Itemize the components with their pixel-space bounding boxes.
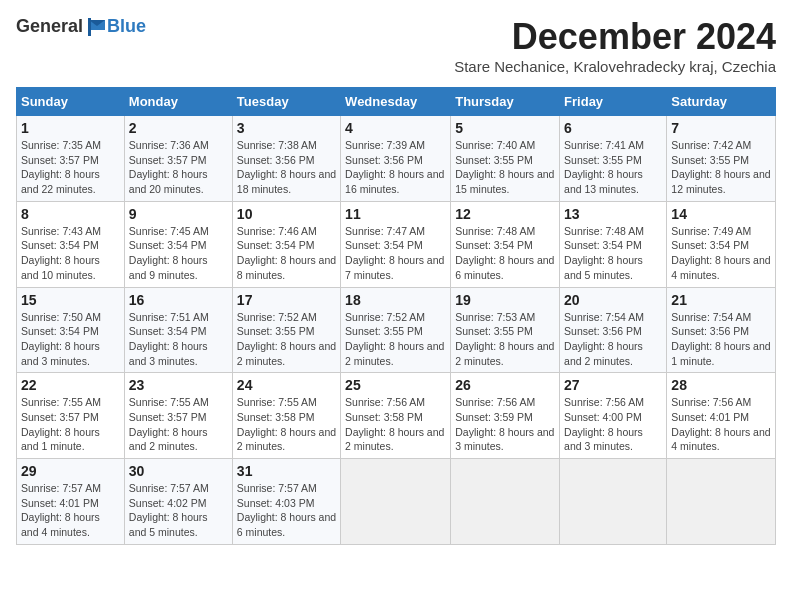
calendar-week-row: 22Sunrise: 7:55 AMSunset: 3:57 PMDayligh…: [17, 373, 776, 459]
calendar-cell: 4Sunrise: 7:39 AMSunset: 3:56 PMDaylight…: [341, 116, 451, 202]
day-number: 12: [455, 206, 555, 222]
calendar-cell: 17Sunrise: 7:52 AMSunset: 3:55 PMDayligh…: [232, 287, 340, 373]
page-container: General Blue December 2024 Stare Nechani…: [16, 16, 776, 545]
day-detail: Sunrise: 7:38 AMSunset: 3:56 PMDaylight:…: [237, 138, 336, 197]
day-detail: Sunrise: 7:52 AMSunset: 3:55 PMDaylight:…: [237, 310, 336, 369]
day-number: 11: [345, 206, 446, 222]
day-of-week-header: Tuesday: [232, 88, 340, 116]
day-detail: Sunrise: 7:50 AMSunset: 3:54 PMDaylight:…: [21, 310, 120, 369]
day-detail: Sunrise: 7:36 AMSunset: 3:57 PMDaylight:…: [129, 138, 228, 197]
calendar-cell: 8Sunrise: 7:43 AMSunset: 3:54 PMDaylight…: [17, 201, 125, 287]
day-detail: Sunrise: 7:56 AMSunset: 4:01 PMDaylight:…: [671, 395, 771, 454]
day-detail: Sunrise: 7:48 AMSunset: 3:54 PMDaylight:…: [455, 224, 555, 283]
day-number: 15: [21, 292, 120, 308]
calendar-cell: 23Sunrise: 7:55 AMSunset: 3:57 PMDayligh…: [124, 373, 232, 459]
day-detail: Sunrise: 7:57 AMSunset: 4:01 PMDaylight:…: [21, 481, 120, 540]
calendar-cell: 10Sunrise: 7:46 AMSunset: 3:54 PMDayligh…: [232, 201, 340, 287]
day-of-week-header: Sunday: [17, 88, 125, 116]
calendar-cell: 5Sunrise: 7:40 AMSunset: 3:55 PMDaylight…: [451, 116, 560, 202]
day-detail: Sunrise: 7:57 AMSunset: 4:03 PMDaylight:…: [237, 481, 336, 540]
calendar-week-row: 1Sunrise: 7:35 AMSunset: 3:57 PMDaylight…: [17, 116, 776, 202]
day-number: 20: [564, 292, 662, 308]
calendar-cell: 25Sunrise: 7:56 AMSunset: 3:58 PMDayligh…: [341, 373, 451, 459]
day-detail: Sunrise: 7:43 AMSunset: 3:54 PMDaylight:…: [21, 224, 120, 283]
calendar-cell: 16Sunrise: 7:51 AMSunset: 3:54 PMDayligh…: [124, 287, 232, 373]
calendar-week-row: 29Sunrise: 7:57 AMSunset: 4:01 PMDayligh…: [17, 459, 776, 545]
calendar-cell: [451, 459, 560, 545]
day-detail: Sunrise: 7:47 AMSunset: 3:54 PMDaylight:…: [345, 224, 446, 283]
calendar-cell: [560, 459, 667, 545]
calendar-cell: 26Sunrise: 7:56 AMSunset: 3:59 PMDayligh…: [451, 373, 560, 459]
calendar-cell: 22Sunrise: 7:55 AMSunset: 3:57 PMDayligh…: [17, 373, 125, 459]
day-number: 25: [345, 377, 446, 393]
day-of-week-header: Saturday: [667, 88, 776, 116]
calendar-header-row: SundayMondayTuesdayWednesdayThursdayFrid…: [17, 88, 776, 116]
day-detail: Sunrise: 7:52 AMSunset: 3:55 PMDaylight:…: [345, 310, 446, 369]
calendar-cell: 18Sunrise: 7:52 AMSunset: 3:55 PMDayligh…: [341, 287, 451, 373]
logo-general-text: General: [16, 16, 83, 37]
calendar-cell: 15Sunrise: 7:50 AMSunset: 3:54 PMDayligh…: [17, 287, 125, 373]
logo: General Blue: [16, 16, 146, 37]
calendar-week-row: 8Sunrise: 7:43 AMSunset: 3:54 PMDaylight…: [17, 201, 776, 287]
logo-area: General Blue: [16, 16, 146, 37]
svg-rect-2: [88, 18, 91, 36]
day-detail: Sunrise: 7:35 AMSunset: 3:57 PMDaylight:…: [21, 138, 120, 197]
day-of-week-header: Thursday: [451, 88, 560, 116]
day-number: 28: [671, 377, 771, 393]
calendar-cell: 30Sunrise: 7:57 AMSunset: 4:02 PMDayligh…: [124, 459, 232, 545]
calendar-cell: 24Sunrise: 7:55 AMSunset: 3:58 PMDayligh…: [232, 373, 340, 459]
calendar-table: SundayMondayTuesdayWednesdayThursdayFrid…: [16, 87, 776, 545]
logo-blue-text: Blue: [107, 16, 146, 37]
day-detail: Sunrise: 7:46 AMSunset: 3:54 PMDaylight:…: [237, 224, 336, 283]
day-detail: Sunrise: 7:53 AMSunset: 3:55 PMDaylight:…: [455, 310, 555, 369]
day-detail: Sunrise: 7:56 AMSunset: 4:00 PMDaylight:…: [564, 395, 662, 454]
day-number: 18: [345, 292, 446, 308]
day-of-week-header: Wednesday: [341, 88, 451, 116]
day-number: 9: [129, 206, 228, 222]
month-title: December 2024: [454, 16, 776, 58]
day-number: 19: [455, 292, 555, 308]
calendar-cell: 21Sunrise: 7:54 AMSunset: 3:56 PMDayligh…: [667, 287, 776, 373]
day-number: 4: [345, 120, 446, 136]
day-detail: Sunrise: 7:51 AMSunset: 3:54 PMDaylight:…: [129, 310, 228, 369]
calendar-cell: 3Sunrise: 7:38 AMSunset: 3:56 PMDaylight…: [232, 116, 340, 202]
day-detail: Sunrise: 7:54 AMSunset: 3:56 PMDaylight:…: [671, 310, 771, 369]
day-detail: Sunrise: 7:55 AMSunset: 3:57 PMDaylight:…: [129, 395, 228, 454]
day-detail: Sunrise: 7:56 AMSunset: 3:58 PMDaylight:…: [345, 395, 446, 454]
calendar-cell: 2Sunrise: 7:36 AMSunset: 3:57 PMDaylight…: [124, 116, 232, 202]
day-detail: Sunrise: 7:42 AMSunset: 3:55 PMDaylight:…: [671, 138, 771, 197]
calendar-cell: 9Sunrise: 7:45 AMSunset: 3:54 PMDaylight…: [124, 201, 232, 287]
day-number: 1: [21, 120, 120, 136]
day-detail: Sunrise: 7:48 AMSunset: 3:54 PMDaylight:…: [564, 224, 662, 283]
calendar-cell: [341, 459, 451, 545]
day-number: 7: [671, 120, 771, 136]
day-number: 27: [564, 377, 662, 393]
day-number: 6: [564, 120, 662, 136]
day-number: 10: [237, 206, 336, 222]
day-detail: Sunrise: 7:40 AMSunset: 3:55 PMDaylight:…: [455, 138, 555, 197]
day-detail: Sunrise: 7:57 AMSunset: 4:02 PMDaylight:…: [129, 481, 228, 540]
day-number: 8: [21, 206, 120, 222]
day-of-week-header: Friday: [560, 88, 667, 116]
day-detail: Sunrise: 7:49 AMSunset: 3:54 PMDaylight:…: [671, 224, 771, 283]
calendar-cell: 1Sunrise: 7:35 AMSunset: 3:57 PMDaylight…: [17, 116, 125, 202]
day-of-week-header: Monday: [124, 88, 232, 116]
calendar-cell: 27Sunrise: 7:56 AMSunset: 4:00 PMDayligh…: [560, 373, 667, 459]
day-number: 21: [671, 292, 771, 308]
day-number: 26: [455, 377, 555, 393]
calendar-cell: 31Sunrise: 7:57 AMSunset: 4:03 PMDayligh…: [232, 459, 340, 545]
day-detail: Sunrise: 7:55 AMSunset: 3:58 PMDaylight:…: [237, 395, 336, 454]
day-number: 24: [237, 377, 336, 393]
day-number: 29: [21, 463, 120, 479]
calendar-cell: 7Sunrise: 7:42 AMSunset: 3:55 PMDaylight…: [667, 116, 776, 202]
day-number: 30: [129, 463, 228, 479]
calendar-cell: 28Sunrise: 7:56 AMSunset: 4:01 PMDayligh…: [667, 373, 776, 459]
calendar-cell: 12Sunrise: 7:48 AMSunset: 3:54 PMDayligh…: [451, 201, 560, 287]
day-number: 23: [129, 377, 228, 393]
title-area: December 2024 Stare Nechanice, Kralovehr…: [454, 16, 776, 83]
day-number: 14: [671, 206, 771, 222]
day-detail: Sunrise: 7:41 AMSunset: 3:55 PMDaylight:…: [564, 138, 662, 197]
logo-flag-icon: [85, 18, 107, 36]
header: General Blue December 2024 Stare Nechani…: [16, 16, 776, 83]
day-detail: Sunrise: 7:55 AMSunset: 3:57 PMDaylight:…: [21, 395, 120, 454]
